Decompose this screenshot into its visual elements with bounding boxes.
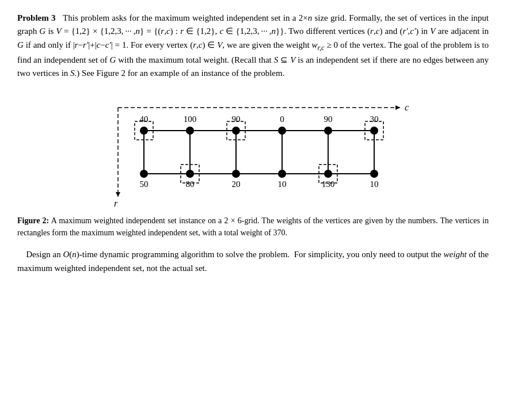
problem-label: Problem 3	[17, 13, 56, 22]
svg-text:90: 90	[324, 114, 332, 124]
svg-point-31	[324, 127, 332, 135]
svg-point-30	[278, 127, 286, 135]
svg-point-29	[232, 127, 240, 135]
figure-caption: Figure 2: A maximum weighted independent…	[17, 215, 489, 239]
figure-label: Figure 2:	[17, 216, 49, 225]
svg-point-35	[232, 170, 240, 178]
svg-text:0: 0	[280, 114, 284, 124]
graph-area: c r	[86, 90, 420, 211]
svg-marker-1	[395, 105, 400, 110]
svg-text:50: 50	[139, 180, 148, 189]
svg-text:20: 20	[231, 180, 240, 189]
svg-text:80: 80	[185, 180, 194, 189]
svg-text:90: 90	[231, 114, 240, 124]
figure-container: c r	[17, 90, 489, 239]
svg-point-37	[324, 170, 332, 178]
svg-marker-3	[116, 192, 120, 197]
svg-text:40: 40	[139, 114, 148, 124]
svg-point-32	[370, 127, 378, 135]
svg-point-28	[186, 127, 194, 135]
problem-text: Problem 3 This problem asks for the maxi…	[17, 12, 489, 80]
svg-text:100: 100	[183, 114, 196, 124]
svg-point-38	[370, 170, 378, 178]
graph-svg: c r	[86, 90, 420, 211]
svg-point-33	[140, 170, 148, 178]
svg-text:30: 30	[370, 114, 378, 124]
svg-text:130: 130	[321, 180, 334, 189]
svg-text:10: 10	[370, 180, 378, 189]
svg-point-34	[186, 170, 194, 178]
svg-point-36	[278, 170, 286, 178]
svg-point-27	[140, 127, 148, 135]
bottom-text: Design an O(n)-time dynamic programming …	[17, 248, 489, 275]
svg-text:10: 10	[277, 180, 286, 189]
svg-text:r: r	[114, 198, 118, 208]
svg-text:c: c	[405, 102, 409, 112]
